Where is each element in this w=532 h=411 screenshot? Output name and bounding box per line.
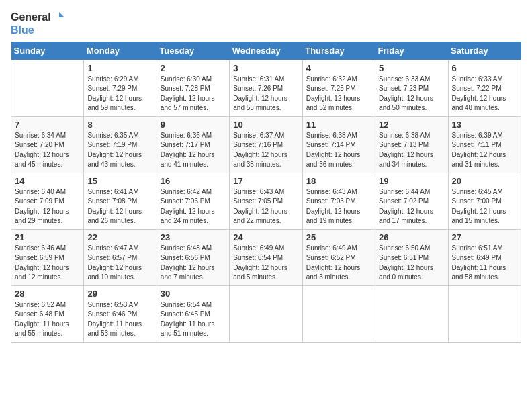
day-number: 9: [161, 120, 226, 130]
day-number: 3: [233, 63, 298, 73]
day-info: Sunrise: 6:45 AM Sunset: 7:00 PM Dayligh…: [452, 187, 517, 226]
day-info: Sunrise: 6:37 AM Sunset: 7:16 PM Dayligh…: [233, 131, 298, 170]
week-row-4: 21Sunrise: 6:46 AM Sunset: 6:59 PM Dayli…: [11, 229, 521, 285]
day-number: 19: [379, 176, 444, 186]
day-number: 26: [379, 232, 444, 242]
calendar-cell: 30Sunrise: 6:54 AM Sunset: 6:45 PM Dayli…: [157, 285, 229, 342]
calendar-cell: 29Sunrise: 6:53 AM Sunset: 6:46 PM Dayli…: [84, 285, 157, 342]
day-number: 1: [87, 63, 152, 73]
weekday-wednesday: Wednesday: [230, 42, 302, 60]
weekday-thursday: Thursday: [302, 42, 375, 60]
day-number: 18: [306, 176, 371, 186]
day-number: 13: [452, 120, 517, 130]
day-info: Sunrise: 6:30 AM Sunset: 7:28 PM Dayligh…: [161, 75, 226, 113]
day-number: 5: [379, 63, 444, 73]
calendar-cell: [230, 285, 302, 342]
calendar-cell: 2Sunrise: 6:30 AM Sunset: 7:28 PM Daylig…: [157, 60, 229, 116]
calendar-cell: 22Sunrise: 6:47 AM Sunset: 6:57 PM Dayli…: [84, 229, 157, 285]
day-info: Sunrise: 6:43 AM Sunset: 7:05 PM Dayligh…: [233, 187, 298, 226]
calendar-cell: [11, 60, 84, 116]
day-info: Sunrise: 6:40 AM Sunset: 7:09 PM Dayligh…: [15, 187, 80, 226]
day-number: 28: [15, 289, 80, 299]
calendar-cell: 3Sunrise: 6:31 AM Sunset: 7:26 PM Daylig…: [230, 60, 302, 116]
logo-swoosh-icon: [52, 11, 66, 24]
calendar-cell: 21Sunrise: 6:46 AM Sunset: 6:59 PM Dayli…: [11, 229, 84, 285]
day-info: Sunrise: 6:29 AM Sunset: 7:29 PM Dayligh…: [87, 75, 152, 113]
logo-text: General Blue: [11, 11, 66, 36]
day-number: 10: [233, 120, 298, 130]
calendar-cell: 10Sunrise: 6:37 AM Sunset: 7:16 PM Dayli…: [230, 116, 302, 173]
calendar-cell: 18Sunrise: 6:43 AM Sunset: 7:03 PM Dayli…: [302, 173, 375, 229]
weekday-header-row: SundayMondayTuesdayWednesdayThursdayFrid…: [11, 42, 521, 60]
calendar-cell: 5Sunrise: 6:33 AM Sunset: 7:23 PM Daylig…: [375, 60, 448, 116]
day-info: Sunrise: 6:41 AM Sunset: 7:08 PM Dayligh…: [87, 187, 152, 226]
day-number: 11: [306, 120, 371, 130]
day-info: Sunrise: 6:44 AM Sunset: 7:02 PM Dayligh…: [379, 187, 444, 226]
day-info: Sunrise: 6:35 AM Sunset: 7:19 PM Dayligh…: [87, 131, 152, 170]
day-number: 4: [306, 63, 371, 73]
day-number: 25: [306, 232, 371, 242]
day-info: Sunrise: 6:50 AM Sunset: 6:51 PM Dayligh…: [379, 244, 444, 283]
day-info: Sunrise: 6:54 AM Sunset: 6:45 PM Dayligh…: [161, 300, 226, 339]
calendar-cell: 15Sunrise: 6:41 AM Sunset: 7:08 PM Dayli…: [84, 173, 157, 229]
day-info: Sunrise: 6:49 AM Sunset: 6:54 PM Dayligh…: [233, 244, 298, 283]
calendar-cell: 11Sunrise: 6:38 AM Sunset: 7:14 PM Dayli…: [302, 116, 375, 173]
day-info: Sunrise: 6:49 AM Sunset: 6:52 PM Dayligh…: [306, 244, 371, 283]
day-number: 21: [15, 232, 80, 242]
day-number: 24: [233, 232, 298, 242]
calendar-cell: 12Sunrise: 6:38 AM Sunset: 7:13 PM Dayli…: [375, 116, 448, 173]
day-number: 2: [161, 63, 226, 73]
weekday-friday: Friday: [375, 42, 448, 60]
week-row-2: 7Sunrise: 6:34 AM Sunset: 7:20 PM Daylig…: [11, 116, 521, 173]
calendar-table: SundayMondayTuesdayWednesdayThursdayFrid…: [11, 42, 521, 342]
day-number: 22: [87, 232, 152, 242]
calendar-cell: 14Sunrise: 6:40 AM Sunset: 7:09 PM Dayli…: [11, 173, 84, 229]
day-info: Sunrise: 6:42 AM Sunset: 7:06 PM Dayligh…: [161, 187, 226, 226]
day-info: Sunrise: 6:32 AM Sunset: 7:25 PM Dayligh…: [306, 75, 371, 113]
week-row-5: 28Sunrise: 6:52 AM Sunset: 6:48 PM Dayli…: [11, 285, 521, 342]
calendar-cell: 17Sunrise: 6:43 AM Sunset: 7:05 PM Dayli…: [230, 173, 302, 229]
weekday-saturday: Saturday: [448, 42, 521, 60]
calendar-cell: 13Sunrise: 6:39 AM Sunset: 7:11 PM Dayli…: [448, 116, 521, 173]
calendar-cell: 24Sunrise: 6:49 AM Sunset: 6:54 PM Dayli…: [230, 229, 302, 285]
calendar-cell: 20Sunrise: 6:45 AM Sunset: 7:00 PM Dayli…: [448, 173, 521, 229]
day-number: 15: [87, 176, 152, 186]
calendar-cell: [375, 285, 448, 342]
day-info: Sunrise: 6:52 AM Sunset: 6:48 PM Dayligh…: [15, 300, 80, 339]
day-number: 12: [379, 120, 444, 130]
week-row-1: 1Sunrise: 6:29 AM Sunset: 7:29 PM Daylig…: [11, 60, 521, 116]
day-number: 16: [161, 176, 226, 186]
day-info: Sunrise: 6:33 AM Sunset: 7:23 PM Dayligh…: [379, 75, 444, 113]
day-info: Sunrise: 6:43 AM Sunset: 7:03 PM Dayligh…: [306, 187, 371, 226]
calendar-cell: 1Sunrise: 6:29 AM Sunset: 7:29 PM Daylig…: [84, 60, 157, 116]
calendar-cell: 16Sunrise: 6:42 AM Sunset: 7:06 PM Dayli…: [157, 173, 229, 229]
day-info: Sunrise: 6:38 AM Sunset: 7:13 PM Dayligh…: [379, 131, 444, 170]
calendar-cell: [302, 285, 375, 342]
day-info: Sunrise: 6:38 AM Sunset: 7:14 PM Dayligh…: [306, 131, 371, 170]
day-info: Sunrise: 6:34 AM Sunset: 7:20 PM Dayligh…: [15, 131, 80, 170]
calendar-cell: 25Sunrise: 6:49 AM Sunset: 6:52 PM Dayli…: [302, 229, 375, 285]
day-number: 6: [452, 63, 517, 73]
day-number: 27: [452, 232, 517, 242]
calendar-cell: 4Sunrise: 6:32 AM Sunset: 7:25 PM Daylig…: [302, 60, 375, 116]
day-info: Sunrise: 6:31 AM Sunset: 7:26 PM Dayligh…: [233, 75, 298, 113]
day-number: 8: [87, 120, 152, 130]
day-info: Sunrise: 6:48 AM Sunset: 6:56 PM Dayligh…: [161, 244, 226, 283]
calendar-body: 1Sunrise: 6:29 AM Sunset: 7:29 PM Daylig…: [11, 60, 521, 342]
day-number: 30: [161, 289, 226, 299]
calendar-cell: 23Sunrise: 6:48 AM Sunset: 6:56 PM Dayli…: [157, 229, 229, 285]
day-number: 7: [15, 120, 80, 130]
logo: General Blue: [11, 11, 66, 36]
calendar-cell: 6Sunrise: 6:33 AM Sunset: 7:22 PM Daylig…: [448, 60, 521, 116]
weekday-monday: Monday: [84, 42, 157, 60]
day-number: 14: [15, 176, 80, 186]
day-info: Sunrise: 6:47 AM Sunset: 6:57 PM Dayligh…: [87, 244, 152, 283]
day-number: 17: [233, 176, 298, 186]
calendar-cell: 7Sunrise: 6:34 AM Sunset: 7:20 PM Daylig…: [11, 116, 84, 173]
calendar-cell: 9Sunrise: 6:36 AM Sunset: 7:17 PM Daylig…: [157, 116, 229, 173]
page-header: General Blue: [11, 11, 521, 36]
calendar-cell: 26Sunrise: 6:50 AM Sunset: 6:51 PM Dayli…: [375, 229, 448, 285]
day-info: Sunrise: 6:46 AM Sunset: 6:59 PM Dayligh…: [15, 244, 80, 283]
week-row-3: 14Sunrise: 6:40 AM Sunset: 7:09 PM Dayli…: [11, 173, 521, 229]
day-info: Sunrise: 6:33 AM Sunset: 7:22 PM Dayligh…: [452, 75, 517, 113]
